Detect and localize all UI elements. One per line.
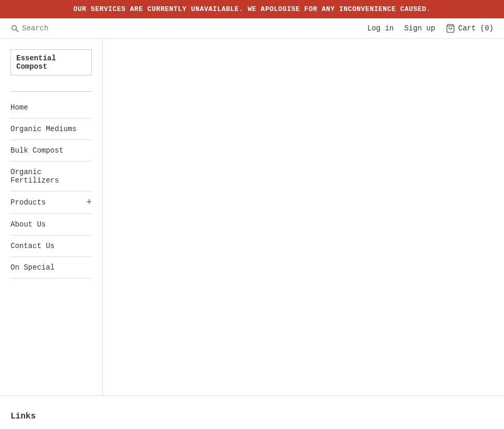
sidebar-link-contact-us[interactable]: Contact Us [10,235,92,256]
site-footer: Links Search Shop About Us Contact Us Re… [0,395,504,429]
cart-icon [446,24,455,33]
sidebar-link-bulk-compost[interactable]: Bulk Compost [10,140,92,161]
search-form[interactable] [10,24,362,33]
header-actions: Log in Sign up Cart (0) [368,24,494,33]
sidebar-divider [10,91,92,92]
footer-links-title: Links [10,412,494,421]
products-expand-button[interactable]: + [86,198,92,207]
sidebar-link-organic-fertilizers[interactable]: Organic Fertilizers [10,162,92,191]
sidebar-nav-lower: About Us Contact Us On Special [10,214,92,278]
main-content [103,39,504,395]
sidebar-item-bulk-compost[interactable]: Bulk Compost [10,140,92,162]
cart-label: Cart (0) [458,24,494,33]
sidebar-link-about-us[interactable]: About Us [10,214,92,235]
sidebar-item-organic-mediums[interactable]: Organic Mediums [10,119,92,140]
search-input[interactable] [22,24,106,33]
sidebar-link-products[interactable]: Products [10,198,46,207]
sidebar-item-contact-us[interactable]: Contact Us [10,235,92,257]
cart-button[interactable]: Cart (0) [446,24,494,33]
sidebar-item-products[interactable]: Products + [10,191,92,214]
svg-line-1 [16,29,18,31]
sidebar-link-organic-mediums[interactable]: Organic Mediums [10,119,92,140]
login-link[interactable]: Log in [368,24,394,33]
service-unavailable-banner: OUR SERVICES ARE CURRENTLY UNAVAILABLE. … [0,0,504,18]
search-icon [10,24,19,33]
sidebar-nav: Home Organic Mediums Bulk Compost Organi… [10,97,92,191]
sidebar: Essential Compost Home Organic Mediums B… [0,39,103,395]
main-layout: Essential Compost Home Organic Mediums B… [0,39,504,395]
signup-link[interactable]: Sign up [404,24,435,33]
site-title: Essential Compost [10,49,92,76]
sidebar-item-on-special[interactable]: On Special [10,257,92,278]
footer-links-section: Links Search Shop About Us Contact Us Re… [10,412,494,429]
sidebar-link-on-special[interactable]: On Special [10,257,92,278]
sidebar-item-about-us[interactable]: About Us [10,214,92,235]
sidebar-item-home[interactable]: Home [10,97,92,119]
sidebar-link-home[interactable]: Home [10,97,92,118]
site-header: Log in Sign up Cart (0) [0,18,504,39]
sidebar-item-organic-fertilizers[interactable]: Organic Fertilizers [10,162,92,191]
